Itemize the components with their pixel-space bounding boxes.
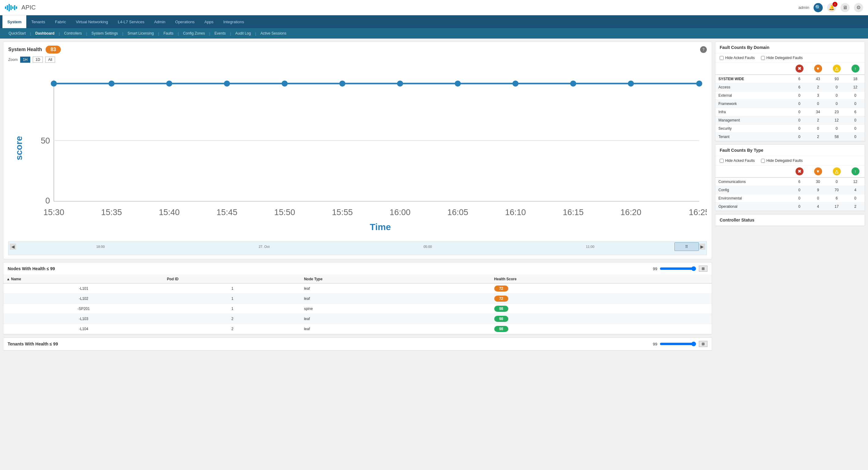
hide-delegated-faults-type[interactable]: Hide Delegated Faults <box>761 158 803 163</box>
type-warning: 2 <box>846 203 865 211</box>
subnav-quickstart[interactable]: QuickStart <box>5 28 29 38</box>
nav-virtual-networking[interactable]: Virtual Networking <box>71 15 113 28</box>
domain-major: 2 <box>809 133 827 141</box>
domain-major: 3 <box>809 91 827 100</box>
svg-point-15 <box>166 81 172 87</box>
subnav-system-settings[interactable]: System Settings <box>88 28 122 38</box>
hide-delegated-checkbox-type[interactable] <box>761 159 765 163</box>
type-warning: 4 <box>846 186 865 194</box>
fault-domain-col-critical: ✖ <box>790 63 809 75</box>
hide-acked-checkbox-type[interactable] <box>720 159 724 163</box>
domain-major: 0 <box>809 100 827 108</box>
screen-button[interactable]: 🖥 <box>840 3 850 12</box>
sub-nav: QuickStart | Dashboard | Controllers | S… <box>0 28 868 38</box>
svg-text:16:15: 16:15 <box>563 207 584 217</box>
timeline-left-arrow[interactable]: ◀ <box>10 243 16 250</box>
hide-acked-checkbox-domain[interactable] <box>720 56 724 60</box>
svg-text:score: score <box>14 136 24 160</box>
nodes-health-slider[interactable] <box>660 266 696 271</box>
subnav-dashboard[interactable]: Dashboard <box>31 28 58 38</box>
search-button[interactable]: 🔍 <box>813 3 823 12</box>
zoom-1h-button[interactable]: 1H <box>20 57 30 63</box>
zoom-1d-button[interactable]: 1D <box>33 57 43 63</box>
list-item: Management 0 2 12 0 <box>715 116 865 124</box>
svg-text:15:40: 15:40 <box>159 207 180 217</box>
domain-critical: 0 <box>790 91 809 100</box>
timeline-right-arrow[interactable]: ▶ <box>699 243 705 250</box>
fault-domain-col-domain <box>715 63 790 75</box>
nav-integrations[interactable]: Integrations <box>218 15 249 28</box>
domain-minor: 93 <box>827 75 846 83</box>
nodes-header: Nodes With Health ≤ 99 99 ⊞ <box>3 263 712 275</box>
fault-domain-col-warning: ↑ <box>846 63 865 75</box>
health-chart: 50 0 score <box>8 64 707 239</box>
help-icon[interactable]: ? <box>700 46 707 53</box>
svg-text:16:10: 16:10 <box>505 207 526 217</box>
zoom-all-button[interactable]: All <box>45 57 55 63</box>
node-pod-id: 2 <box>164 324 301 334</box>
nodes-title: Nodes With Health ≤ 99 <box>8 266 55 271</box>
nav-fabric[interactable]: Fabric <box>50 15 71 28</box>
timeline-labels: 18:00 27. Oct 05:00 11:00 <box>16 244 674 249</box>
tenants-health-card: Tenants With Health ≤ 99 99 ⊞ <box>3 337 712 351</box>
type-major: 0 <box>809 194 827 203</box>
top-right: admin 🔍 🔔 1 🖥 ⚙ <box>799 3 863 12</box>
fault-domain-col-minor: △ <box>827 63 846 75</box>
cisco-logo <box>5 3 18 12</box>
svg-text:15:35: 15:35 <box>101 207 122 217</box>
col-name[interactable]: ▲ Name <box>3 275 164 283</box>
subnav-config-zones[interactable]: Config Zones <box>180 28 209 38</box>
subnav-events[interactable]: Events <box>211 28 229 38</box>
notifications-button[interactable]: 🔔 1 <box>827 3 836 12</box>
system-health-score: 83 <box>45 46 61 54</box>
controller-status-card: Controller Status <box>715 214 865 226</box>
nodes-slider-icon[interactable]: ⊞ <box>699 266 707 272</box>
system-health-title: System Health <box>8 47 42 52</box>
hide-acked-faults-domain[interactable]: Hide Acked Faults <box>720 56 755 60</box>
tenants-health-slider[interactable] <box>660 342 696 346</box>
domain-minor: 0 <box>827 124 846 133</box>
type-major: 9 <box>809 186 827 194</box>
fault-type-col-warning: ↑ <box>846 166 865 177</box>
nodes-table: ▲ Name Pod ID Node Type Health Score -L1… <box>3 275 712 334</box>
domain-critical: 0 <box>790 100 809 108</box>
node-name: -L101 <box>3 283 164 294</box>
list-item: Operational 0 4 17 2 <box>715 203 865 211</box>
nodes-slider-row: 99 ⊞ <box>653 266 707 272</box>
minor-type-icon: △ <box>833 167 841 175</box>
fault-type-table: ✖ ▼ △ ↑ Communications <box>715 166 865 211</box>
subnav-faults[interactable]: Faults <box>160 28 177 38</box>
subnav-controllers[interactable]: Controllers <box>60 28 85 38</box>
list-item: Communications 6 30 0 12 <box>715 177 865 186</box>
svg-text:15:50: 15:50 <box>274 207 295 217</box>
nav-system[interactable]: System <box>2 15 26 28</box>
content-area: System Health 83 ? Zoom 1H 1D All <box>0 38 868 354</box>
timeline-selector[interactable]: ⠿ <box>674 242 699 251</box>
tenants-slider-icon[interactable]: ⊞ <box>699 341 707 347</box>
nav-l4l7[interactable]: L4-L7 Services <box>113 15 149 28</box>
type-name: Environmental <box>715 194 790 203</box>
hide-delegated-faults-domain[interactable]: Hide Delegated Faults <box>761 56 803 60</box>
nav-tenants[interactable]: Tenants <box>26 15 50 28</box>
hide-delegated-checkbox-domain[interactable] <box>761 56 765 60</box>
domain-warning: 12 <box>846 83 865 91</box>
subnav-audit-log[interactable]: Audit Log <box>231 28 254 38</box>
domain-name: Infra <box>715 108 790 116</box>
domain-minor: 0 <box>827 91 846 100</box>
node-health: 98 <box>491 324 712 334</box>
node-name: -L102 <box>3 294 164 304</box>
type-critical: 6 <box>790 177 809 186</box>
nav-operations[interactable]: Operations <box>170 15 200 28</box>
node-health: 72 <box>491 283 712 294</box>
critical-type-icon: ✖ <box>796 167 803 175</box>
list-item: Config 0 9 70 4 <box>715 186 865 194</box>
hide-acked-faults-type[interactable]: Hide Acked Faults <box>720 158 755 163</box>
fault-domain-col-major: ▼ <box>809 63 827 75</box>
svg-point-18 <box>339 81 345 87</box>
nav-apps[interactable]: Apps <box>199 15 218 28</box>
nav-admin[interactable]: Admin <box>149 15 170 28</box>
subnav-active-sessions[interactable]: Active Sessions <box>257 28 290 38</box>
fault-type-col-critical: ✖ <box>790 166 809 177</box>
settings-button[interactable]: ⚙ <box>854 3 863 12</box>
subnav-smart-licensing[interactable]: Smart Licensing <box>124 28 157 38</box>
